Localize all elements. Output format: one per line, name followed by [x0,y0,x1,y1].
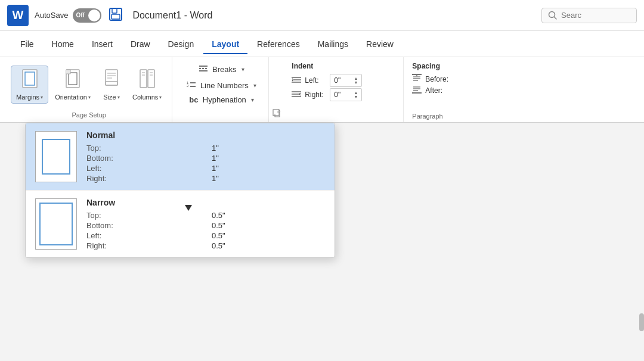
dialog-launcher-icon [273,109,281,117]
normal-right-key: Right: [86,174,200,183]
spacing-before-icon [412,74,422,84]
page-setup-dialog-launcher[interactable] [270,57,283,122]
narrow-bottom-val: 0.5" [212,221,325,230]
breaks-button[interactable]: Breaks ▾ [194,62,247,77]
svg-rect-1 [112,8,117,13]
indent-left-down[interactable]: ▼ [354,80,358,85]
narrow-right-key: Right: [86,241,200,250]
tab-file[interactable]: File [12,35,42,54]
tab-review[interactable]: Review [358,35,402,54]
line-numbers-button[interactable]: 1 2 Line Numbers ▾ [182,78,260,93]
tab-home[interactable]: Home [44,35,82,54]
columns-label: Columns ▾ [132,94,162,101]
indent-right-label: Right: [305,91,326,99]
narrow-right-val: 0.5" [212,241,325,250]
indent-left-input[interactable]: 0" ▲ ▼ [330,74,362,87]
indent-group: Indent Left: 0" ▲ ▼ [284,57,404,122]
indent-right-up[interactable]: ▲ [354,91,358,95]
orientation-button[interactable]: Orientation ▾ [49,66,96,104]
indent-right-input[interactable]: 0" ▲ ▼ [330,88,362,101]
narrow-top-val: 0.5" [212,211,325,220]
svg-line-4 [555,17,557,19]
svg-rect-11 [106,82,117,85]
tab-design[interactable]: Design [160,35,203,54]
indent-left-spinner[interactable]: ▲ ▼ [354,76,358,85]
margin-normal-values: Top: 1" Bottom: 1" Left: 1" Right: 1" [86,144,325,183]
autosave-toggle[interactable]: Off [73,8,101,23]
spacing-before-row: Before: [412,74,487,84]
doc-title: Document1 - Word [132,10,212,21]
margin-narrow-name: Narrow [86,198,325,207]
narrow-left-val: 0.5" [212,231,325,240]
word-logo: W [7,5,29,26]
page-setup-label: Page Setup [11,109,167,119]
margin-normal-item[interactable]: Normal Top: 1" Bottom: 1" Left: 1" Right… [26,123,335,191]
tab-layout[interactable]: Layout [203,35,247,54]
spacing-group: Spacing Before: [405,57,494,122]
search-input[interactable] [561,11,621,20]
save-icon [107,6,124,23]
tab-mailings[interactable]: Mailings [309,35,357,54]
size-button[interactable]: Size ▾ [97,66,126,104]
margin-narrow-values: Top: 0.5" Bottom: 0.5" Left: 0.5" Right:… [86,211,325,250]
indent-left-row: Left: 0" ▲ ▼ [292,74,396,87]
tab-insert[interactable]: Insert [83,35,121,54]
spacing-before-label: Before: [425,75,450,83]
ribbon-tabs: File Home Insert Draw Design Layout Refe… [0,31,644,57]
indent-right-spinner[interactable]: ▲ ▼ [354,91,358,99]
orientation-label: Orientation ▾ [55,94,91,101]
indent-right-row: Right: 0" ▲ ▼ [292,88,396,101]
page-setup-extras-group: Breaks ▾ 1 2 Line Numbers ▾ bc Hyphenati… [174,57,269,122]
margins-button[interactable]: Margins ▾ [11,66,48,104]
margin-normal-info: Normal Top: 1" Bottom: 1" Left: 1" Right… [86,130,325,183]
toggle-circle [88,10,100,21]
narrow-top-key: Top: [86,211,200,220]
margin-narrow-preview [35,198,77,250]
breaks-label: Breaks [212,65,236,74]
breaks-icon [198,63,209,76]
indent-right-down[interactable]: ▼ [354,95,358,99]
margins-label: Margins ▾ [16,94,43,101]
search-icon [548,11,558,20]
columns-icon [138,69,156,91]
hyphenation-button[interactable]: bc Hyphenation ▾ [185,94,258,105]
search-box[interactable] [541,8,637,23]
paragraph-label: Paragraph [412,109,487,120]
spacing-title: Spacing [412,62,487,70]
indent-title: Indent [292,62,396,70]
save-button[interactable] [107,6,124,25]
tab-draw[interactable]: Draw [122,35,159,54]
indent-left-label: Left: [305,76,326,85]
normal-left-key: Left: [86,164,200,173]
margin-normal-preview [35,131,77,182]
autosave-area: AutoSave Off [35,8,101,23]
normal-left-val: 1" [212,164,325,173]
size-label: Size ▾ [103,94,119,101]
normal-bottom-key: Bottom: [86,154,200,163]
toggle-off-label: Off [76,12,84,18]
indent-left-icon [292,76,301,86]
page-setup-group: Margins ▾ Orientat [6,57,172,122]
margin-narrow-info: Narrow Top: 0.5" Bottom: 0.5" Left: 0.5"… [86,198,325,250]
orientation-icon [64,69,82,91]
line-numbers-icon: 1 2 [186,79,197,92]
tab-references[interactable]: References [249,35,308,54]
normal-right-val: 1" [212,174,325,183]
svg-rect-28 [273,110,279,116]
margin-normal-name: Normal [86,130,325,140]
indent-right-icon [292,90,301,100]
ribbon-content: Margins ▾ Orientat [0,57,644,123]
scrollbar[interactable] [639,313,644,331]
hyphenation-icon: bc [188,95,199,104]
margin-narrow-item[interactable]: Narrow Top: 0.5" Bottom: 0.5" Left: 0.5"… [26,191,335,257]
normal-top-val: 1" [212,144,325,153]
indent-left-up[interactable]: ▲ [354,76,358,80]
spacing-after-icon [412,85,422,95]
columns-button[interactable]: Columns ▾ [127,66,167,104]
svg-text:2: 2 [187,84,189,88]
normal-bottom-val: 1" [212,154,325,163]
narrow-bottom-key: Bottom: [86,221,200,230]
hyphenation-label: Hyphenation [203,95,246,104]
margins-icon [21,69,39,91]
spacing-after-row: After: [412,85,487,95]
